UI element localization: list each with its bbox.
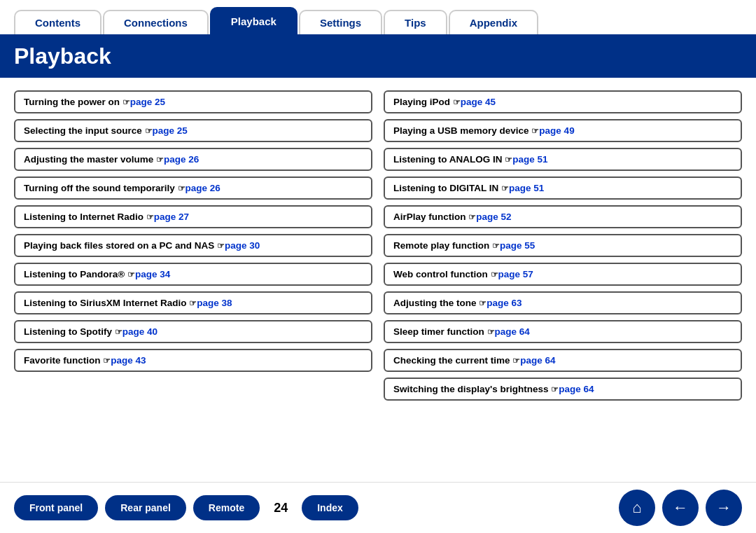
remote-button[interactable]: Remote [193,495,260,520]
list-item[interactable]: AirPlay function ☞page 52 [384,205,742,228]
page-title: Playback [14,43,742,69]
home-button[interactable]: ⌂ [619,490,655,526]
tab-playback[interactable]: Playback [210,7,298,34]
tab-contents[interactable]: Contents [14,10,102,34]
tab-connections[interactable]: Connections [103,10,209,34]
list-item[interactable]: Listening to ANALOG IN ☞page 51 [384,148,742,171]
footer-left: Front panel Rear panel Remote 24 Index [14,495,358,520]
forward-button[interactable]: → [706,490,742,526]
forward-icon: → [716,499,732,517]
tab-tips[interactable]: Tips [384,10,447,34]
index-button[interactable]: Index [302,495,358,520]
list-item[interactable]: Listening to Pandora® ☞page 34 [14,263,372,286]
list-item[interactable]: Favorite function ☞page 43 [14,349,372,372]
list-item[interactable]: Playing iPod ☞page 45 [384,90,742,113]
front-panel-button[interactable]: Front panel [14,495,98,520]
list-item[interactable]: Turning off the sound temporarily ☞page … [14,176,372,200]
list-item[interactable]: Playing a USB memory device ☞page 49 [384,119,742,142]
list-item[interactable]: Playing back files stored on a PC and NA… [14,234,372,257]
list-item[interactable]: Listening to Internet Radio ☞page 27 [14,205,372,228]
list-item[interactable]: Checking the current time ☞page 64 [384,349,742,372]
page-number: 24 [274,501,288,515]
list-item[interactable]: Turning the power on ☞page 25 [14,90,372,113]
list-item[interactable]: Remote play function ☞page 55 [384,234,742,257]
left-column: Turning the power on ☞page 25 Selecting … [14,90,372,475]
list-item[interactable]: Selecting the input source ☞page 25 [14,119,372,142]
list-item[interactable]: Adjusting the tone ☞page 63 [384,291,742,314]
list-item[interactable]: Switching the display's brightness ☞page… [384,378,742,401]
right-column: Playing iPod ☞page 45 Playing a USB memo… [384,90,742,475]
tab-settings[interactable]: Settings [299,10,382,34]
back-button[interactable]: ← [662,490,699,526]
list-item[interactable]: Listening to SiriusXM Internet Radio ☞pa… [14,291,372,314]
tab-appendix[interactable]: Appendix [449,10,538,34]
footer: Front panel Rear panel Remote 24 Index ⌂… [0,482,756,533]
list-item[interactable]: Web control function ☞page 57 [384,263,742,286]
footer-right: ⌂ ← → [619,490,742,526]
list-item[interactable]: Listening to DIGITAL IN ☞page 51 [384,176,742,200]
list-item[interactable]: Sleep timer function ☞page 64 [384,320,742,343]
tab-bar: Contents Connections Playback Settings T… [0,0,756,36]
rear-panel-button[interactable]: Rear panel [105,495,186,520]
list-item[interactable]: Adjusting the master volume ☞page 26 [14,148,372,171]
back-icon: ← [673,499,688,517]
home-icon: ⌂ [632,499,641,517]
list-item[interactable]: Listening to Spotify ☞page 40 [14,320,372,343]
main-content: Turning the power on ☞page 25 Selecting … [0,78,756,482]
page-header: Playback [0,36,756,78]
